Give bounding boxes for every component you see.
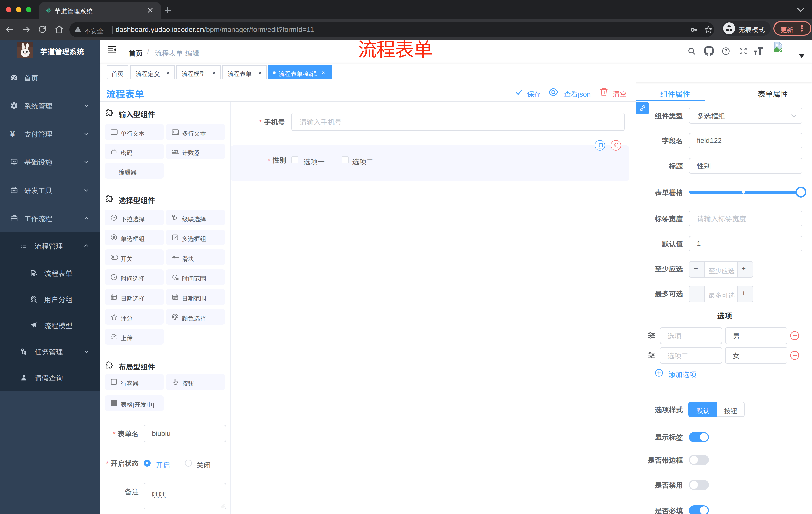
- svg-text:123: 123: [172, 149, 178, 154]
